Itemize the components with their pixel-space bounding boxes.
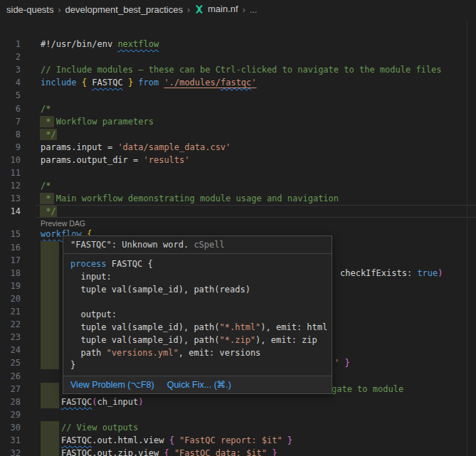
- breadcrumb-item-main-nf[interactable]: main.nf: [194, 4, 238, 16]
- line-number-14[interactable]: 14: [0, 205, 21, 218]
- code-line-content: FASTQC.out.zip.view { "FastQC data: $it"…: [41, 447, 277, 456]
- code-token: path: [70, 348, 107, 358]
- code-token: 'data/sample_data.csv': [117, 142, 231, 152]
- line-number-6[interactable]: 6: [0, 102, 21, 115]
- line-number-7[interactable]: 7: [0, 115, 21, 128]
- code-token: input:: [70, 272, 112, 282]
- view-problem-link[interactable]: View Problem (⌥F8): [70, 378, 154, 391]
- code-line-32[interactable]: 32 FASTQC.out.zip.view { "FastQC data: $…: [0, 447, 476, 456]
- code-token: [41, 448, 61, 456]
- code-token: "FastQC data: $it": [174, 448, 267, 456]
- code-line-5[interactable]: 5: [0, 89, 476, 102]
- line-number-1[interactable]: 1: [0, 38, 21, 51]
- code-line-14[interactable]: 14 */: [0, 205, 476, 218]
- codelens-preview-dag[interactable]: Preview DAG: [41, 218, 85, 228]
- code-line-12[interactable]: 12/*: [0, 179, 476, 192]
- line-number-8[interactable]: 8: [0, 128, 21, 141]
- code-line-3[interactable]: 3// Include modules – these can be Ctrl-…: [0, 63, 476, 76]
- code-token: tuple val(sample_id), path(: [70, 335, 220, 345]
- spellcheck-squiggle-word: FASTQC: [61, 435, 92, 445]
- line-number-18[interactable]: 18: [0, 267, 21, 280]
- code-line-content: * Workflow parameters: [41, 115, 154, 128]
- occluded-code-fragment-line-25[interactable]: ' }: [334, 356, 350, 369]
- occluded-code-fragment-line-18[interactable]: checkIfExists: true): [340, 267, 443, 280]
- code-token: }: [287, 435, 292, 445]
- code-token: tuple val(sample_id), path(: [70, 322, 220, 332]
- spellcheck-squiggle-word: FASTQC: [92, 78, 122, 88]
- line-number-2[interactable]: 2: [0, 51, 21, 63]
- indent-occurrence-highlight: [41, 318, 59, 331]
- line-number-27[interactable]: 27: [0, 383, 21, 396]
- line-number-20[interactable]: 20: [0, 292, 21, 305]
- code-token: */: [41, 206, 56, 216]
- line-number-16[interactable]: 16: [0, 241, 21, 254]
- code-line-31[interactable]: 31 FASTQC.out.html.view { "FastQC report…: [0, 434, 476, 447]
- line-number-31[interactable]: 31: [0, 434, 21, 447]
- code-token: (: [92, 397, 97, 407]
- hover-code-line: tuple val(sample_id), path("*.html"), em…: [70, 322, 324, 334]
- line-number-23[interactable]: 23: [0, 331, 21, 344]
- line-number-12[interactable]: 12: [0, 179, 21, 192]
- code-line-11[interactable]: 11: [0, 166, 476, 179]
- code-line-30[interactable]: 30 // View outputs: [0, 421, 476, 434]
- code-line-content: FASTQC(ch_input): [41, 396, 144, 408]
- line-number-3[interactable]: 3: [0, 63, 21, 76]
- line-number-13[interactable]: 13: [0, 192, 21, 205]
- breadcrumb-item-[interactable]: ...: [250, 4, 258, 15]
- hover-popup-actions: View Problem (⌥F8) Quick Fix... (⌘.): [63, 376, 332, 393]
- breadcrumb-separator-icon: ›: [243, 5, 245, 15]
- line-number-25[interactable]: 25: [0, 356, 21, 369]
- code-line-7[interactable]: 7 * Workflow parameters: [0, 115, 476, 128]
- quick-fix-link[interactable]: Quick Fix... (⌘.): [167, 378, 231, 391]
- line-number-19[interactable]: 19: [0, 280, 21, 292]
- code-line-10[interactable]: 10params.output_dir = 'results': [0, 154, 476, 166]
- line-number-22[interactable]: 22: [0, 318, 21, 331]
- code-line-2[interactable]: 2: [0, 51, 476, 63]
- line-number-24[interactable]: 24: [0, 344, 21, 356]
- editor-code-area[interactable]: Preview DAG 1#!/usr/bin/env nextflow23//…: [0, 19, 476, 456]
- code-line-9[interactable]: 9params.input = 'data/sample_data.csv': [0, 141, 476, 154]
- code-line-13[interactable]: 13 * Main workflow demonstrating module …: [0, 192, 476, 205]
- module-path-link[interactable]: ': [251, 78, 256, 88]
- line-number-9[interactable]: 9: [0, 141, 21, 154]
- line-number-28[interactable]: 28: [0, 396, 21, 408]
- breadcrumb-item-side-quests[interactable]: side-quests: [6, 4, 53, 15]
- breadcrumb-label: development_best_practices: [65, 4, 183, 15]
- code-line-4[interactable]: 4include { FASTQC } from './modules/fast…: [0, 76, 476, 89]
- line-number-21[interactable]: 21: [0, 305, 21, 318]
- line-number-5[interactable]: 5: [0, 89, 21, 102]
- code-line-1[interactable]: 1#!/usr/bin/env nextflow: [0, 38, 476, 51]
- module-path-link[interactable]: './modules/: [164, 78, 220, 88]
- line-number-32[interactable]: 32: [0, 447, 21, 456]
- breadcrumb-item-development-best-practices[interactable]: development_best_practices: [65, 4, 183, 15]
- spellcheck-squiggle-word: FASTQC: [61, 397, 92, 407]
- line-number-29[interactable]: 29: [0, 408, 21, 421]
- code-token: // Include modules – these can be Ctrl-c…: [41, 65, 442, 75]
- code-line-content: */: [41, 205, 56, 218]
- code-line-8[interactable]: 8 */: [0, 128, 476, 141]
- line-number-26[interactable]: 26: [0, 370, 21, 383]
- code-token: process: [70, 259, 107, 269]
- code-line-29[interactable]: 29: [0, 408, 476, 421]
- code-token: #!/usr/bin/env: [41, 39, 117, 49]
- code-token: ): [138, 397, 143, 407]
- line-number-10[interactable]: 10: [0, 154, 21, 166]
- hover-code-line: [70, 296, 324, 309]
- code-line-6[interactable]: 6/*: [0, 102, 476, 115]
- line-number-11[interactable]: 11: [0, 166, 21, 179]
- line-number-30[interactable]: 30: [0, 421, 21, 434]
- code-token: */: [41, 129, 56, 139]
- code-token: }: [70, 360, 75, 370]
- code-token: ': [334, 358, 344, 368]
- line-number-15[interactable]: 15: [0, 228, 21, 240]
- code-line-content: params.output_dir = 'results': [41, 154, 190, 166]
- code-line-content: /*: [41, 102, 51, 115]
- code-line-content: */: [41, 128, 56, 141]
- line-number-4[interactable]: 4: [0, 76, 21, 89]
- line-number-17[interactable]: 17: [0, 254, 21, 267]
- occluded-code-fragment-line-27[interactable]: gate to module: [332, 383, 403, 396]
- code-token: FASTQC: [61, 435, 92, 445]
- module-path-link[interactable]: fastqc: [221, 78, 251, 88]
- code-token: .out.zip.view: [92, 448, 164, 456]
- code-line-28[interactable]: 28 FASTQC(ch_input): [0, 396, 476, 408]
